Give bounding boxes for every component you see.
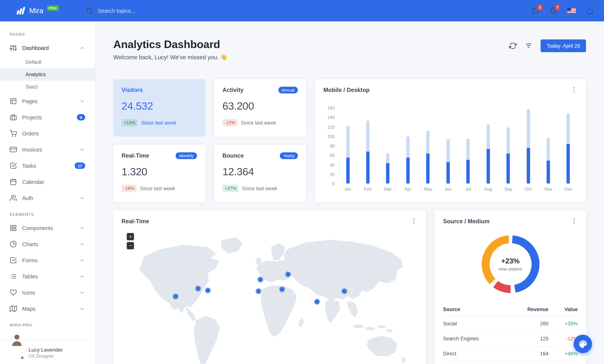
source-medium-card: Source / Medium +23% new visitors Source… bbox=[435, 211, 586, 364]
more-options-button[interactable] bbox=[410, 217, 417, 225]
refresh-icon[interactable] bbox=[509, 42, 517, 50]
more-options-button[interactable] bbox=[570, 217, 578, 225]
notifications-button[interactable]: 7 bbox=[550, 7, 557, 14]
page-header: Analytics Dashboard Welcome back, Lucy! … bbox=[113, 38, 586, 61]
sidebar-item-pages[interactable]: Pages bbox=[0, 93, 95, 109]
cell-source: Direct bbox=[443, 351, 514, 356]
sidebar-item-orders[interactable]: Orders bbox=[0, 125, 95, 141]
map-marker[interactable] bbox=[196, 286, 200, 291]
messages-badge: 3 bbox=[537, 4, 543, 10]
table-header: Value bbox=[548, 307, 578, 312]
bounce-note: Since last week bbox=[242, 186, 277, 191]
sidebar-item-forms[interactable]: Forms bbox=[0, 252, 95, 268]
zoom-out-button[interactable]: − bbox=[127, 242, 134, 249]
chart-plot: JanFebMarAprMayJunJulAugSepOctNovDec bbox=[340, 108, 576, 193]
source-medium-table: Source Revenue Value Social260+35%Search… bbox=[443, 303, 578, 361]
sliders-icon bbox=[10, 44, 17, 51]
sidebar-item-projects[interactable]: Projects8 bbox=[0, 109, 95, 125]
header-divider bbox=[113, 69, 586, 69]
theme-settings-fab[interactable] bbox=[574, 335, 592, 353]
sidebar-item-label: Tasks bbox=[22, 163, 36, 169]
bar-column-jul: Jul bbox=[462, 108, 474, 193]
sidebar-item-label: Dashboard bbox=[22, 45, 49, 51]
messages-button[interactable]: 3 bbox=[532, 7, 540, 14]
date-range-button[interactable]: Today: April 29 bbox=[541, 39, 586, 52]
sidebar-item-maps[interactable]: Maps bbox=[0, 301, 95, 317]
online-status-dot bbox=[20, 356, 24, 360]
map-marker[interactable] bbox=[342, 289, 347, 293]
top-navbar: Mira PRO 3 7 bbox=[0, 0, 604, 21]
sidebar-item-auth[interactable]: Auth bbox=[0, 190, 95, 206]
bar-column-jun: Jun bbox=[442, 108, 454, 193]
bar-column-dec: Dec bbox=[562, 108, 575, 193]
language-button[interactable] bbox=[567, 8, 576, 13]
bar-column-mar: Mar bbox=[381, 108, 394, 193]
bar-column-aug: Aug bbox=[482, 108, 494, 193]
x-axis-label: Oct bbox=[525, 187, 532, 191]
sidebar-item-label: Pages bbox=[22, 98, 38, 104]
briefcase-icon bbox=[10, 114, 17, 121]
sidebar-user[interactable]: Lucy Lavender UX Designer bbox=[0, 340, 95, 364]
sidebar-subitem-analytics[interactable]: Analytics bbox=[0, 68, 95, 81]
sidebar-item-icons[interactable]: Icons bbox=[0, 284, 95, 301]
cell-value: +35% bbox=[548, 321, 578, 326]
sidebar-subitem-default[interactable]: Default bbox=[0, 56, 95, 68]
bottom-row: Real-Time + − bbox=[113, 211, 586, 364]
avatar bbox=[10, 345, 24, 360]
bar-column-feb: Feb bbox=[362, 108, 374, 193]
x-axis-label: Feb bbox=[364, 187, 372, 191]
x-axis-label: May bbox=[424, 187, 432, 191]
bar-column-may: May bbox=[422, 108, 434, 193]
realtime-card: Real-Time Monthly 1.320 -18% Since last … bbox=[113, 145, 205, 202]
brand-name: Mira bbox=[29, 7, 44, 15]
sidebar-nav: PAGESDashboardDefaultAnalyticsSaaSPagesP… bbox=[0, 21, 95, 331]
bar-column-sep: Sep bbox=[502, 108, 515, 193]
bar-column-oct: Oct bbox=[522, 108, 535, 193]
chevron-down-icon bbox=[79, 98, 85, 104]
sidebar-item-charts[interactable]: Charts bbox=[0, 236, 95, 252]
filter-icon[interactable] bbox=[525, 42, 532, 50]
sidebar-item-tasks[interactable]: Tasks17 bbox=[0, 158, 95, 174]
app-window: Mira PRO 3 7 PAGESDashboardDefaul bbox=[0, 0, 604, 364]
bar-column-apr: Apr bbox=[402, 108, 414, 193]
more-options-button[interactable] bbox=[570, 86, 578, 93]
sidebar-item-components[interactable]: Components bbox=[0, 220, 95, 236]
sidebar-subitem-saas[interactable]: SaaS bbox=[0, 81, 95, 93]
chevron-down-icon bbox=[79, 195, 85, 201]
x-axis-label: Aug bbox=[484, 187, 492, 191]
sidebar-item-label: Maps bbox=[22, 306, 36, 312]
sidebar-item-label: Calendar bbox=[22, 179, 44, 185]
sidebar-item-tables[interactable]: Tables bbox=[0, 268, 95, 284]
sidebar-count-badge: 17 bbox=[75, 163, 85, 169]
heart-icon bbox=[10, 289, 17, 296]
visitors-note: Since last week bbox=[141, 120, 176, 126]
us-flag-icon bbox=[567, 8, 576, 13]
sidebar-item-calendar[interactable]: Calendar bbox=[0, 174, 95, 190]
donut-ring: +23% new visitors bbox=[481, 235, 539, 293]
realtime-map-card: Real-Time + − bbox=[113, 211, 426, 364]
card-title: Bounce bbox=[223, 152, 244, 159]
sidebar-section-label: ELEMENTS bbox=[0, 206, 95, 220]
search-input[interactable] bbox=[98, 8, 184, 14]
brand[interactable]: Mira PRO bbox=[16, 6, 59, 16]
cell-revenue: 125 bbox=[514, 336, 548, 341]
x-axis-label: Mar bbox=[384, 187, 392, 191]
donut-center-caption: new visitors bbox=[499, 266, 522, 272]
sign-out-button[interactable] bbox=[586, 7, 593, 14]
chevron-down-icon bbox=[79, 225, 85, 231]
y-axis-tick: 120 bbox=[323, 125, 335, 129]
zoom-in-button[interactable]: + bbox=[127, 233, 134, 240]
main-content: Analytics Dashboard Welcome back, Lucy! … bbox=[95, 21, 604, 364]
card-title: Mobile / Desktop bbox=[323, 87, 369, 93]
sidebar-item-invoices[interactable]: Invoices bbox=[0, 141, 95, 158]
chevron-down-icon bbox=[79, 273, 85, 279]
sidebar-count-badge: 8 bbox=[77, 114, 85, 120]
x-axis-label: Jan bbox=[344, 187, 351, 191]
map-marker[interactable] bbox=[315, 300, 319, 304]
sidebar-item-dashboard[interactable]: Dashboard bbox=[0, 40, 95, 56]
world-map: + − bbox=[122, 228, 417, 364]
sidebar-item-label: Orders bbox=[22, 130, 39, 136]
cell-value: +46% bbox=[548, 351, 578, 356]
chevron-up-icon bbox=[79, 45, 85, 51]
map-marker[interactable] bbox=[280, 287, 284, 292]
